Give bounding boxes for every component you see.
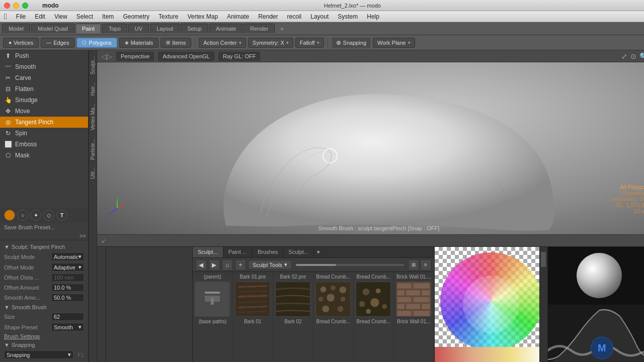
smooth-brush-header[interactable]: ▼ Smooth Brush	[4, 303, 84, 312]
offset-amount-input[interactable]: 10.0 %	[51, 284, 84, 292]
tab-model[interactable]: Model	[2, 24, 30, 33]
side-tab-sculpt[interactable]: Sculpt...	[89, 52, 97, 78]
tab-topo[interactable]: Topo	[102, 24, 127, 33]
tool-emboss[interactable]: ⬜ Emboss	[0, 139, 88, 150]
tool-push[interactable]: ⬆ Push	[0, 50, 88, 61]
home-btn[interactable]: ⌂	[222, 259, 233, 270]
toolbar-vertices-btn[interactable]: ● Vertices	[3, 38, 39, 48]
viewport-canvas[interactable]: All Polygons Channels: 0 Deformers: OFF …	[97, 62, 644, 234]
menu-file[interactable]: File	[12, 12, 30, 21]
tab-paint[interactable]: Paint	[75, 24, 101, 33]
work-plane-dropdown[interactable]: Work Plane ▾	[373, 38, 415, 48]
menu-system[interactable]: System	[334, 12, 362, 21]
toolbar-polygons-btn[interactable]: ⬡ Polygons	[76, 38, 117, 48]
mode-btn-2[interactable]: ≡	[420, 259, 431, 270]
sculpt-mode-dropdown[interactable]: Automatic ▾	[51, 252, 84, 261]
brush-thumb-bark01[interactable]	[235, 282, 270, 317]
bottom-tab-sculpt[interactable]: Sculpt...	[193, 247, 223, 257]
bottom-tab-sculpt2[interactable]: Sculpt...	[283, 247, 314, 257]
bottom-tab-paint[interactable]: Paint ...	[223, 247, 253, 257]
menu-render[interactable]: Render	[254, 12, 282, 21]
menu-animate[interactable]: Animate	[223, 12, 253, 21]
mode-btn-1[interactable]: ⊞	[408, 259, 419, 270]
nav-next-btn[interactable]: ▶	[209, 259, 220, 270]
side-tab-util[interactable]: Util...	[89, 163, 97, 183]
snapping-header[interactable]: ▼ Snapping	[4, 340, 84, 349]
menu-texture[interactable]: Texture	[154, 12, 182, 21]
menu-help[interactable]: Help	[363, 12, 383, 21]
tool-carve[interactable]: ✂ Carve	[0, 72, 88, 83]
menu-recoil[interactable]: recoil	[283, 12, 306, 21]
tool-spin[interactable]: ↻ Spin	[0, 128, 88, 139]
sculpt-tools-dropdown[interactable]: Sculpt Tools ▾	[248, 260, 292, 269]
tool-smooth[interactable]: 〰 Smooth	[0, 61, 88, 72]
tab-uv[interactable]: UV	[128, 24, 149, 33]
side-tab-hair[interactable]: Hair...	[89, 78, 97, 100]
brush-thumb-parent[interactable]	[195, 282, 230, 317]
tab-render[interactable]: Render	[244, 24, 275, 33]
side-tab-particle[interactable]: Particle...	[89, 135, 97, 164]
nav-prev-btn[interactable]: ◀	[196, 259, 207, 270]
apple-system-icon[interactable]: 	[4, 12, 7, 21]
shape-preset-dropdown[interactable]: Smooth ▾	[51, 323, 84, 331]
brush-preset-T[interactable]: T	[56, 210, 67, 221]
transform-icon[interactable]: ⤢	[621, 52, 627, 60]
size-slider[interactable]	[296, 264, 404, 266]
tool-mask[interactable]: ⬡ Mask	[0, 150, 88, 161]
tool-flatten[interactable]: ⊟ Flatten	[0, 83, 88, 95]
tab-layout[interactable]: Layout	[150, 24, 180, 33]
app-menu-item[interactable]: modo	[42, 2, 59, 9]
tab-animate[interactable]: Animate	[209, 24, 243, 33]
falloff-dropdown[interactable]: Falloff ▾	[295, 38, 324, 48]
expand-btn[interactable]: >>	[79, 233, 86, 239]
smooth-amount-input[interactable]: 50.0 %	[51, 294, 84, 302]
brush-thumb-bc1[interactable]	[315, 282, 351, 317]
tool-smudge[interactable]: 👆 Smudge	[0, 95, 88, 106]
brush-thumb-bc2[interactable]	[356, 282, 391, 317]
tool-move[interactable]: ✥ Move	[0, 106, 88, 117]
menu-vertex-map[interactable]: Vertex Map	[183, 12, 222, 21]
menu-layout[interactable]: Layout	[306, 12, 333, 21]
tab-setup[interactable]: Setup	[181, 24, 208, 33]
raygl-btn[interactable]: Ray GL: OFF	[218, 52, 260, 61]
menu-view[interactable]: View	[50, 12, 71, 21]
menu-edit[interactable]: Edit	[31, 12, 49, 21]
tab-model-quad[interactable]: Model Quad	[31, 24, 74, 33]
action-center-dropdown[interactable]: Action Center ▾	[199, 38, 246, 48]
close-button[interactable]	[4, 3, 10, 9]
size-input[interactable]: 62	[51, 313, 84, 321]
offset-mode-dropdown[interactable]: Adaptive ▾	[51, 263, 84, 272]
search-icon[interactable]: 🔍	[639, 52, 644, 60]
bottom-tab-dropdown[interactable]: ▾	[314, 247, 323, 257]
color-gradient-strip[interactable]	[435, 347, 547, 362]
perspective-btn[interactable]: Perspective	[116, 52, 154, 61]
viewport-x-icon[interactable]: ↙	[101, 237, 106, 244]
brush-settings-btn[interactable]: Brush Settings	[4, 333, 84, 339]
menu-geometry[interactable]: Geometry	[119, 12, 153, 21]
brush-preset-star[interactable]: ✦	[30, 210, 41, 221]
menu-select[interactable]: Select	[72, 12, 97, 21]
brush-thumb-bw[interactable]	[396, 282, 431, 317]
maximize-button[interactable]	[22, 3, 28, 9]
toolbar-materials-btn[interactable]: ◈ Materials	[119, 38, 159, 48]
minimize-button[interactable]	[13, 3, 19, 9]
brush-preset-circle-filled[interactable]	[4, 210, 15, 221]
brush-preset-diamond[interactable]: ◇	[43, 210, 54, 221]
toolbar-edges-btn[interactable]: — Edges	[41, 38, 74, 48]
add-tab-button[interactable]: +	[276, 23, 288, 34]
symmetry-dropdown[interactable]: Symmetry: X ▾	[248, 38, 293, 48]
side-tab-vertex[interactable]: Vertex Ma...	[89, 100, 97, 134]
save-brush-btn[interactable]: Save Brush Preset...	[0, 223, 88, 232]
brush-preset-circle-outline[interactable]: ○	[17, 210, 28, 221]
reset-view-icon[interactable]: ⊙	[630, 52, 636, 60]
brush-thumb-bark02[interactable]	[275, 282, 310, 317]
toolbar-items-btn[interactable]: ⊞ Items	[160, 38, 191, 48]
snapping-dropdown[interactable]: Snapping ▾	[4, 350, 73, 359]
menu-item[interactable]: Item	[98, 12, 118, 21]
viewport-nav-icon[interactable]: ◁▷	[101, 52, 112, 60]
add-preset-btn[interactable]: +	[235, 259, 246, 270]
bottom-tab-brushes[interactable]: Brushes	[253, 247, 283, 257]
color-scroll[interactable]	[539, 247, 547, 362]
sculpt-section-header[interactable]: ▼ Sculpt: Tangent Pinch	[4, 242, 84, 251]
offset-dist-value[interactable]: 100 mm	[51, 274, 84, 282]
